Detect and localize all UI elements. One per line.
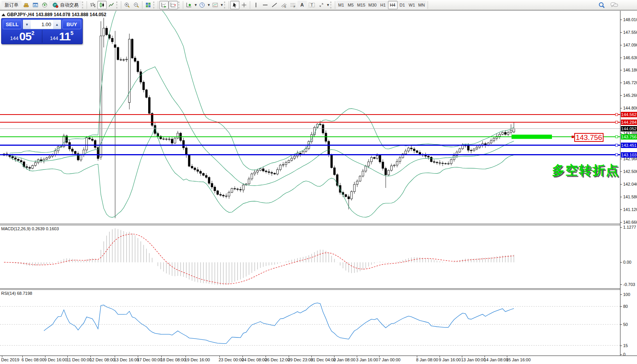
date-tick-label: 18 Dec 08:00 — [161, 357, 186, 362]
search-icon[interactable] — [597, 1, 607, 9]
macd-axis-label: 1.1277 — [623, 224, 636, 230]
price-tick-label: 145.720 — [623, 80, 637, 85]
macd-axis-label: 0.00 — [623, 259, 631, 265]
macd-axis-label: -0.703 — [623, 282, 635, 287]
timeframe-H4[interactable]: H4 — [388, 1, 398, 9]
vertical-line-button[interactable] — [251, 1, 261, 9]
timeframe-M30[interactable]: M30 — [367, 1, 378, 9]
signal-icon[interactable] — [40, 1, 49, 9]
date-tick-label: 19 Dec 16:00 — [185, 357, 210, 362]
timeframe-H1[interactable]: H1 — [378, 1, 388, 9]
rsi-axis-label: 15 — [623, 343, 628, 348]
trendline-button[interactable] — [270, 1, 279, 9]
panel-splitter[interactable] — [0, 288, 637, 289]
date-tick-label: 9 Jan 16:00 — [439, 357, 461, 362]
symbol-title: GBPJPY-,H4 — [7, 12, 34, 17]
auto-trading-label: 自动交易 — [60, 2, 79, 8]
tile-windows-button[interactable] — [144, 1, 153, 9]
time-axis[interactable]: Dec 20196 Dec 08:009 Dec 16:0011 Dec 00:… — [0, 356, 637, 364]
turning-point-annotation[interactable]: 多空转折点 — [552, 162, 619, 179]
date-tick-label: Dec 2019 — [1, 357, 19, 362]
price-line-label: 144.562 — [621, 112, 637, 117]
rsi-axis-label: 80 — [623, 304, 628, 309]
buy-price-sup: 5 — [70, 30, 74, 36]
price-tick-label: 147.550 — [623, 30, 637, 35]
timeframe-D1[interactable]: D1 — [398, 1, 407, 9]
date-tick-label: 12 Dec 08:00 — [90, 357, 115, 362]
volume-down-button[interactable]: ▼ — [23, 20, 31, 29]
indicators-button[interactable] — [184, 1, 194, 9]
chat-icon[interactable] — [609, 1, 620, 9]
buy-price-display[interactable]: 144 11 5 — [42, 30, 82, 43]
one-click-trading-panel: SELL ▼ ▲ BUY 144 05 2 144 11 5 — [1, 18, 83, 44]
volume-input[interactable] — [31, 20, 53, 29]
arrows-caret-icon[interactable]: ▼ — [326, 3, 330, 7]
date-tick-label: 13 Jan 00:00 — [461, 357, 486, 362]
sell-button[interactable]: SELL — [3, 20, 22, 29]
axis-tick — [620, 133, 622, 134]
timeframe-W1[interactable]: W1 — [407, 1, 417, 9]
rsi-chart-canvas[interactable] — [0, 290, 620, 355]
price-tick-label: 142.040 — [623, 181, 637, 187]
templates-button[interactable] — [211, 1, 220, 9]
bar-chart-button[interactable] — [88, 1, 97, 9]
line-chart-button[interactable] — [107, 1, 116, 9]
candlestick-button[interactable] — [97, 1, 107, 9]
price-callout[interactable]: 143.756 — [574, 133, 604, 142]
sell-price-prefix: 144 — [10, 35, 18, 43]
date-tick-label: 23 Dec 00:00 — [219, 357, 244, 362]
timeframe-MN[interactable]: MN — [417, 1, 426, 9]
arrows-button[interactable] — [317, 1, 326, 9]
horizontal-line-button[interactable] — [261, 1, 270, 9]
date-tick-label: 2 Jan 08:00 — [333, 357, 356, 362]
price-tick-label: 144.800 — [623, 105, 637, 111]
label-letter: T — [311, 3, 313, 7]
callout-anchor-handle[interactable] — [572, 136, 574, 138]
periods-caret-icon[interactable]: ▼ — [207, 3, 211, 7]
timeframe-M1[interactable]: M1 — [336, 1, 346, 9]
date-tick-label: 13 Dec 16:00 — [114, 357, 139, 362]
cursor-button[interactable] — [230, 1, 239, 9]
price-line-label: 143.103 — [621, 152, 637, 158]
price-line-label: 144.284 — [621, 120, 637, 125]
auto-trading-button[interactable]: 自动交易 — [49, 1, 82, 9]
timeframe-M15[interactable]: M15 — [356, 1, 367, 9]
volume-stepper: ▼ ▲ — [23, 20, 61, 29]
templates-caret-icon[interactable]: ▼ — [220, 3, 224, 7]
text-button[interactable]: A — [298, 1, 307, 9]
crosshair-button[interactable] — [239, 1, 249, 9]
chart-window-icon[interactable] — [31, 1, 40, 9]
rsi-axis-label: 50 — [623, 322, 628, 327]
one-click-collapse-icon[interactable] — [2, 13, 5, 16]
channel-button[interactable]: E — [279, 1, 288, 9]
text-label-button[interactable]: T — [307, 1, 317, 9]
macd-chart-canvas[interactable] — [0, 225, 620, 288]
main-chart-canvas[interactable] — [0, 11, 620, 224]
panel-splitter[interactable] — [0, 224, 637, 224]
date-tick-label: 7 Jan 00:00 — [378, 357, 401, 362]
price-axis[interactable]: 148.010147.550147.090146.630146.180145.7… — [620, 11, 637, 356]
fibonacci-button[interactable]: F — [288, 1, 298, 9]
buy-price-prefix: 144 — [50, 35, 59, 43]
timeframe-M5[interactable]: M5 — [346, 1, 356, 9]
volume-up-button[interactable]: ▲ — [53, 20, 61, 29]
periods-button[interactable] — [197, 1, 207, 9]
zoom-out-button[interactable] — [132, 1, 141, 9]
price-tick-label: 146.180 — [623, 67, 637, 73]
price-tick-label: 148.010 — [623, 17, 637, 22]
date-tick-label: 17 Dec 00:00 — [137, 357, 162, 362]
new-order-button[interactable]: 新订单 — [2, 1, 22, 9]
zoom-in-button[interactable] — [122, 1, 132, 9]
chart-shift-button[interactable] — [169, 1, 178, 9]
rsi-indicator-label: RSI(14) 68.7198 — [1, 291, 32, 296]
date-tick-label: 26 Dec 12:00 — [265, 357, 290, 362]
date-tick-label: 11 Dec 00:00 — [67, 357, 92, 362]
timeframe-bar: M1M5M15M30H1H4D1W1MN — [336, 1, 426, 9]
sell-price-display[interactable]: 144 05 2 — [3, 30, 42, 43]
price-line-label: 143.756 — [621, 134, 637, 140]
buy-button[interactable]: BUY — [62, 20, 81, 29]
gold-bars-icon[interactable] — [22, 1, 31, 9]
axis-tick — [620, 184, 622, 184]
indicators-caret-icon[interactable]: ▼ — [194, 3, 197, 7]
auto-scroll-button[interactable] — [159, 1, 169, 9]
